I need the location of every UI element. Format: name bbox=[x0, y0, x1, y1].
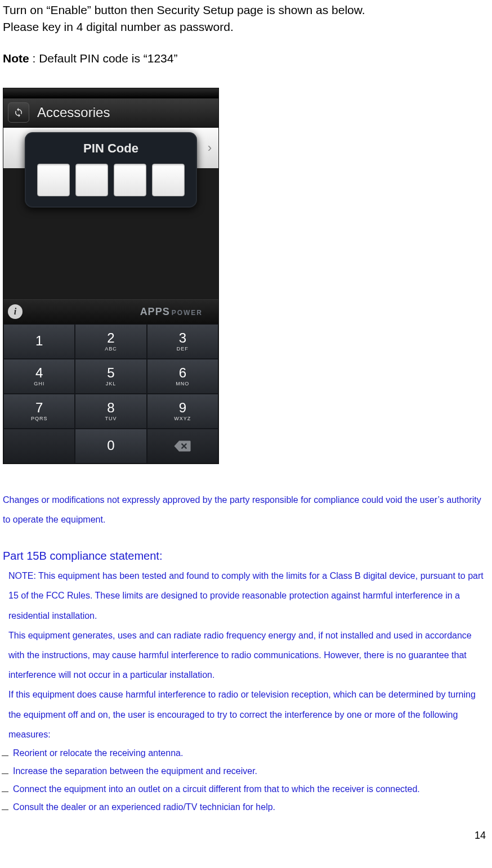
key-8[interactable]: 8TUV bbox=[75, 394, 146, 429]
measure-4: Consult the dealer or an experienced rad… bbox=[3, 798, 489, 816]
pin-box-1[interactable] bbox=[37, 164, 70, 196]
p3: If this equipment does cause harmful int… bbox=[8, 685, 489, 744]
key-0[interactable]: 0 bbox=[75, 429, 146, 464]
info-icon[interactable]: i bbox=[8, 304, 23, 319]
key-3[interactable]: 3DEF bbox=[147, 324, 218, 359]
measure-2: Increase the separation between the equi… bbox=[3, 762, 489, 780]
p2: This equipment generates, uses and can r… bbox=[8, 626, 489, 685]
key-5[interactable]: 5JKL bbox=[75, 359, 146, 394]
intro-text: Turn on “Enable” button then Security Se… bbox=[3, 2, 489, 36]
measures-list: Reorient or relocate the receiving anten… bbox=[3, 744, 489, 816]
dialog-title: PIN Code bbox=[34, 141, 188, 156]
intro-line-1: Turn on “Enable” button then Security Se… bbox=[3, 2, 489, 19]
note-text: : Default PIN code is “1234” bbox=[29, 52, 178, 65]
key-9[interactable]: 9WXYZ bbox=[147, 394, 218, 429]
key-7[interactable]: 7PQRS bbox=[3, 394, 75, 429]
note-label: Note bbox=[3, 52, 29, 65]
intro-line-2: Please key in 4 digital number as passwo… bbox=[3, 19, 489, 35]
part15b-heading: Part 15B compliance statement: bbox=[3, 550, 489, 563]
content-area: Strip SN 8CDE5206B9E5 › PIN Code i APPS … bbox=[3, 128, 218, 324]
keypad: 1 2ABC 3DEF 4GHI 5JKL 6MNO 7PQRS 8TUV 9W… bbox=[3, 324, 218, 464]
pin-box-2[interactable] bbox=[75, 164, 108, 196]
pin-box-3[interactable] bbox=[114, 164, 146, 196]
measure-3: Connect the equipment into an outlet on … bbox=[3, 780, 489, 798]
key-1[interactable]: 1 bbox=[3, 324, 75, 359]
p1: NOTE: This equipment has been tested and… bbox=[8, 566, 489, 626]
note-line: Note : Default PIN code is “1234” bbox=[3, 52, 489, 65]
chevron-right-icon: › bbox=[208, 141, 212, 155]
brand-apps: APPS bbox=[140, 306, 170, 318]
status-bar bbox=[3, 88, 218, 98]
pin-box-4[interactable] bbox=[152, 164, 185, 196]
fcc-warning: Changes or modifications not expressly a… bbox=[3, 490, 489, 529]
refresh-icon bbox=[14, 107, 24, 118]
key-6[interactable]: 6MNO bbox=[147, 359, 218, 394]
pin-dialog: PIN Code bbox=[25, 132, 197, 208]
phone-screenshot: Accessories Strip SN 8CDE5206B9E5 › PIN … bbox=[3, 88, 219, 464]
key-2[interactable]: 2ABC bbox=[75, 324, 146, 359]
pin-boxes bbox=[34, 164, 188, 196]
measure-1: Reorient or relocate the receiving anten… bbox=[3, 744, 489, 762]
backspace-icon bbox=[173, 440, 191, 452]
page-number: 14 bbox=[3, 830, 489, 842]
screen-title: Accessories bbox=[37, 105, 110, 120]
brand-text: APPS POWER bbox=[140, 306, 203, 318]
refresh-button[interactable] bbox=[8, 102, 29, 123]
title-bar: Accessories bbox=[3, 98, 218, 128]
part15b-body: NOTE: This equipment has been tested and… bbox=[3, 566, 489, 744]
brand-power: POWER bbox=[172, 309, 203, 317]
key-blank bbox=[3, 429, 75, 464]
key-backspace[interactable] bbox=[147, 429, 218, 464]
key-4[interactable]: 4GHI bbox=[3, 359, 75, 394]
brand-bar: i APPS POWER bbox=[3, 299, 218, 324]
